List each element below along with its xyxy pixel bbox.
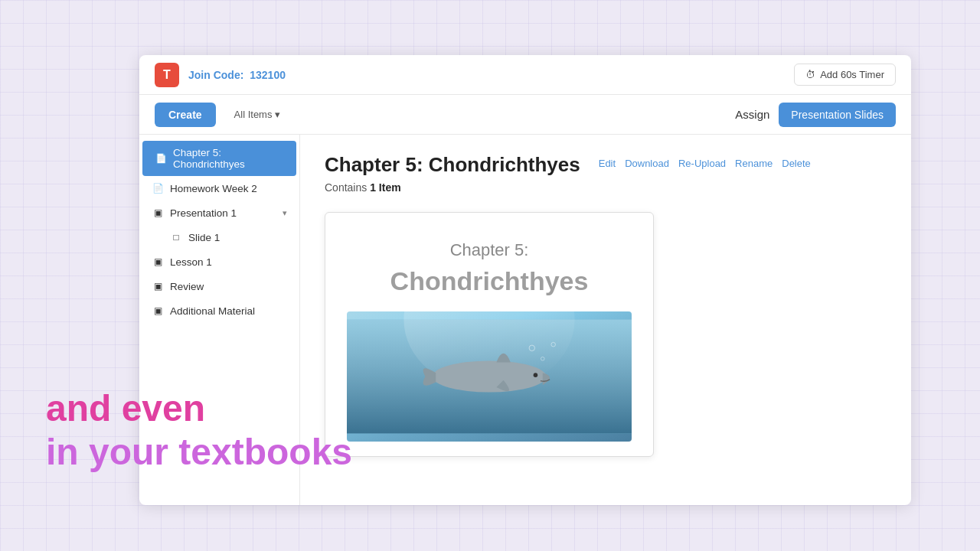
content-subtitle: Contains 1 Item xyxy=(325,181,887,194)
content-actions: Edit Download Re-Upload Rename Delete xyxy=(599,158,811,169)
slide-preview: Chapter 5: Chondrichthyes xyxy=(325,212,654,457)
slide-shark-image xyxy=(347,311,632,442)
sidebar-item-additional-material[interactable]: ▣ Additional Material xyxy=(139,298,299,323)
presentation-slides-button[interactable]: Presentation Slides xyxy=(779,103,896,127)
sidebar-item-label: Slide 1 xyxy=(188,232,220,243)
svg-point-4 xyxy=(534,373,538,377)
join-code-area: Join Code: 132100 xyxy=(188,69,794,81)
grid-icon: ▣ xyxy=(152,256,164,268)
timer-icon: ⏱ xyxy=(805,69,815,80)
delete-link[interactable]: Delete xyxy=(782,158,811,169)
overlay-line2: in your textbooks xyxy=(46,430,352,474)
toolbar: Create All Items ▾ Assign Presentation S… xyxy=(139,95,911,135)
sidebar-item-label: Homework Week 2 xyxy=(170,183,257,194)
sidebar-item-slide1[interactable]: □ Slide 1 xyxy=(139,225,299,249)
reupload-link[interactable]: Re-Upload xyxy=(678,158,726,169)
add-timer-button[interactable]: ⏱ Add 60s Timer xyxy=(794,64,896,86)
svg-point-3 xyxy=(433,361,547,393)
sidebar-item-lesson1[interactable]: ▣ Lesson 1 xyxy=(139,249,299,274)
sidebar-item-chapter5[interactable]: 📄 Chapter 5: Chondrichthyes xyxy=(142,141,296,176)
grid-icon: ▣ xyxy=(152,207,164,219)
document-icon: 📄 xyxy=(155,152,167,165)
slide-chapter-label: Chapter 5: xyxy=(347,240,632,260)
rename-link[interactable]: Rename xyxy=(735,158,773,169)
document-icon: 📄 xyxy=(152,182,164,194)
slide-chapter-title: Chondrichthyes xyxy=(347,266,632,296)
sidebar-item-label: Chapter 5: Chondrichthyes xyxy=(173,147,284,170)
download-link[interactable]: Download xyxy=(625,158,669,169)
topbar: T Join Code: 132100 ⏱ Add 60s Timer xyxy=(139,55,911,95)
chevron-down-icon: ▾ xyxy=(283,208,287,218)
page-title: Chapter 5: Chondrichthyes xyxy=(325,153,580,177)
sidebar-item-label: Presentation 1 xyxy=(170,207,237,219)
all-items-button[interactable]: All Items ▾ xyxy=(228,106,287,123)
overlay-text-block: and even in your textbooks xyxy=(46,386,352,474)
grid-icon: ▣ xyxy=(152,305,164,317)
content-header: Chapter 5: Chondrichthyes Edit Download … xyxy=(325,153,887,177)
sidebar-item-label: Review xyxy=(170,281,204,292)
sidebar-item-homework[interactable]: 📄 Homework Week 2 xyxy=(139,176,299,201)
sidebar-item-label: Lesson 1 xyxy=(170,256,212,268)
grid-icon: ▣ xyxy=(152,280,164,292)
sidebar-item-label: Additional Material xyxy=(170,305,255,317)
sidebar-item-review[interactable]: ▣ Review xyxy=(139,274,299,298)
edit-link[interactable]: Edit xyxy=(599,158,616,169)
content-area: Chapter 5: Chondrichthyes Edit Download … xyxy=(300,135,911,505)
assign-button[interactable]: Assign xyxy=(735,108,769,121)
square-icon: □ xyxy=(170,231,182,243)
app-logo: T xyxy=(155,63,179,87)
overlay-line1: and even xyxy=(46,386,352,431)
chevron-down-icon: ▾ xyxy=(275,109,280,120)
create-button[interactable]: Create xyxy=(155,103,216,127)
sidebar-item-presentation1[interactable]: ▣ Presentation 1 ▾ xyxy=(139,201,299,225)
